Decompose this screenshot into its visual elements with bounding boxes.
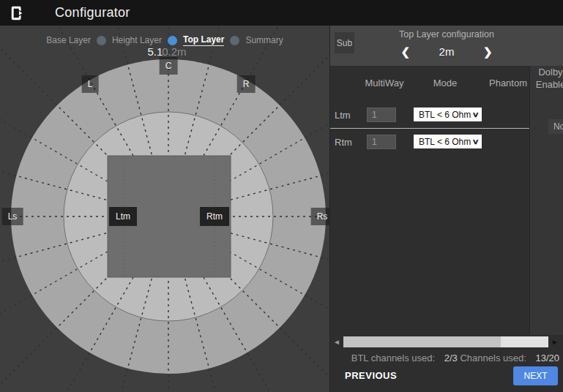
dropdown-chevron-icon: ∨ (471, 137, 479, 146)
speaker-label-r[interactable]: R (237, 75, 256, 93)
speaker-label-rtm[interactable]: Rtm (200, 207, 229, 226)
btl-channels-label: BTL channels used: (351, 353, 435, 363)
tab-top-layer[interactable]: Top Layer (183, 34, 224, 46)
configurator-app: Configurator Base Layer Height Layer Top… (0, 0, 563, 392)
distance-label: 5.10.2m (147, 45, 186, 58)
next-button[interactable]: NEXT (513, 366, 558, 385)
previous-button[interactable]: PREVIOUS (345, 370, 397, 381)
scrollbar-thumb[interactable] (343, 336, 501, 347)
scrollbar-track[interactable] (343, 336, 548, 347)
layer-tabs: Base Layer Height Layer Top Layer Summar… (0, 34, 329, 46)
step-dot-active-icon (168, 36, 177, 45)
channels-value: 13/20 (535, 353, 559, 363)
speaker-layout-panel: Base Layer Height Layer Top Layer Summar… (0, 26, 329, 392)
tab-summary[interactable]: Summary (245, 35, 283, 45)
panel-title: Top Layer configuration (330, 29, 563, 39)
tab-base-layer[interactable]: Base Layer (46, 35, 91, 45)
distance-primary: 5.1 (147, 45, 163, 58)
row-divider (330, 128, 529, 129)
top-bar: Configurator (0, 0, 563, 26)
page-title: Configurator (55, 5, 130, 20)
horizontal-scrollbar: ◄ ► (330, 335, 563, 349)
speaker-label-ltm[interactable]: Ltm (109, 207, 137, 226)
configuration-panel: Sub Top Layer configuration ❮ 2m ❯ Multi… (329, 26, 563, 392)
speaker-label-rs[interactable]: Rs (311, 208, 329, 225)
mode-select-ltm-value: BTL < 6 Ohm (419, 110, 471, 120)
btl-channels-value: 2/3 (444, 353, 458, 363)
distance-secondary: 0.2m (162, 45, 186, 58)
distance-stepper-value: 2m (436, 45, 457, 58)
tab-height-layer[interactable]: Height Layer (112, 35, 162, 45)
multiway-input-ltm[interactable] (367, 108, 396, 122)
channels-label: Channels used: (460, 353, 526, 363)
mode-select-rtm[interactable]: BTL < 6 Ohm ∨ (414, 135, 482, 148)
column-header-phantom: Phantom (489, 78, 527, 88)
step-dot-icon (230, 36, 239, 45)
channel-usage-status: BTL channels used: 2/3 Channels used: 13… (351, 353, 559, 363)
column-header-multiway: MultiWay (365, 78, 404, 88)
dropdown-chevron-icon: ∨ (471, 110, 479, 118)
dolby-enable-column (529, 66, 563, 335)
mode-select-ltm[interactable]: BTL < 6 Ohm ∨ (414, 108, 482, 121)
room-radar-diagram (0, 26, 329, 392)
multiway-input-rtm[interactable] (367, 135, 396, 149)
chevron-left-icon[interactable]: ❮ (400, 46, 410, 57)
column-header-mode: Mode (433, 78, 458, 88)
mode-select-rtm-value: BTL < 6 Ohm (419, 137, 471, 147)
speaker-label-c[interactable]: C (160, 57, 178, 75)
row-label-ltm: Ltm (335, 110, 351, 121)
speaker-label-l[interactable]: L (82, 75, 99, 93)
speaker-label-ls[interactable]: Ls (2, 208, 23, 225)
row-label-rtm: Rtm (335, 137, 352, 148)
column-header-dolby-enable: Dolby Enable (532, 67, 563, 91)
step-dot-icon (97, 36, 106, 45)
scroll-right-arrow-icon[interactable]: ► (550, 336, 560, 347)
exit-door-icon[interactable] (10, 5, 26, 21)
distance-stepper: ❮ 2m ❯ (330, 42, 563, 61)
panel-header: Sub Top Layer configuration ❮ 2m ❯ (330, 26, 563, 66)
dolby-enable-value: No (548, 119, 563, 134)
chevron-right-icon[interactable]: ❯ (483, 46, 493, 57)
scroll-left-arrow-icon[interactable]: ◄ (332, 336, 342, 347)
